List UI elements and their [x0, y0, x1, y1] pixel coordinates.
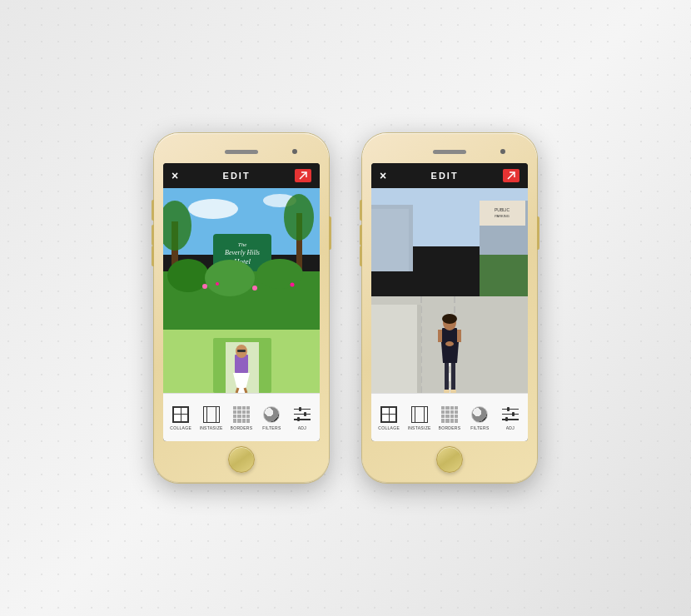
toolbar-instasize-1[interactable]: INSTASIZE	[196, 405, 225, 430]
toolbar-adjust-1[interactable]: ADJ	[288, 405, 316, 430]
export-button-2[interactable]	[503, 169, 519, 182]
photo-svg-1: The Beverly Hills Hotel EXIT	[163, 188, 320, 393]
collage-label-2: COLLAGE	[378, 425, 400, 430]
svg-point-17	[202, 284, 207, 289]
svg-line-29	[508, 172, 515, 179]
speaker-1	[225, 150, 258, 154]
svg-line-28	[245, 388, 246, 393]
collage-label-1: COLLAGE	[170, 425, 191, 430]
phone-bottom-1	[161, 446, 322, 473]
toolbar-adjust-2[interactable]: ADJ	[496, 405, 524, 430]
svg-rect-49	[438, 330, 442, 342]
photo-svg-2: PUBLIC PARKING	[371, 188, 528, 393]
adjust-label-2: ADJ	[506, 425, 515, 430]
toolbar-borders-2[interactable]: BORDERS	[435, 405, 464, 430]
home-button-2[interactable]	[436, 446, 463, 473]
phone-screen-2: × EDIT	[371, 163, 528, 441]
photo-area-1: The Beverly Hills Hotel EXIT	[163, 188, 320, 393]
svg-text:Beverly Hills: Beverly Hills	[225, 249, 260, 256]
toolbar-filters-1[interactable]: FILTERS	[257, 405, 286, 430]
close-button-1[interactable]: ×	[172, 169, 178, 182]
photo-area-2: PUBLIC PARKING	[371, 188, 528, 393]
borders-label-1: BORDERS	[231, 425, 253, 430]
svg-rect-45	[451, 363, 455, 393]
adjust-label-1: ADJ	[298, 425, 306, 430]
instasize-icon-1	[202, 405, 221, 424]
phone-body-2: × EDIT	[362, 133, 537, 483]
borders-icon-1	[232, 405, 251, 424]
edit-title-2: EDIT	[431, 171, 459, 181]
camera-2	[500, 149, 505, 154]
home-button-1[interactable]	[228, 446, 255, 473]
toolbar-borders-1[interactable]: BORDERS	[227, 405, 256, 430]
speaker-2	[433, 150, 466, 154]
svg-rect-42	[371, 305, 420, 393]
svg-rect-26	[237, 350, 246, 352]
svg-rect-43	[417, 305, 421, 393]
svg-point-2	[188, 199, 238, 219]
screen-header-2: × EDIT	[371, 163, 528, 188]
filters-label-2: FILTERS	[470, 425, 489, 430]
toolbar-filters-2[interactable]: FILTERS	[465, 405, 494, 430]
phone-bottom-2	[369, 446, 530, 473]
svg-line-0	[300, 172, 306, 179]
toolbar-instasize-2[interactable]: INSTASIZE	[405, 405, 433, 430]
edit-title-1: EDIT	[223, 171, 251, 181]
filters-icon-2	[470, 405, 489, 424]
svg-point-16	[256, 259, 303, 289]
svg-rect-32	[371, 209, 409, 271]
svg-rect-34	[480, 201, 525, 226]
main-scene: × EDIT	[0, 0, 691, 616]
adjust-icon-2	[501, 405, 519, 424]
screen-toolbar-2: COLLAGE INSTASIZE	[371, 393, 528, 441]
svg-point-7	[284, 194, 314, 241]
phone-screen-1: × EDIT	[163, 163, 320, 441]
svg-point-52	[442, 314, 457, 324]
svg-rect-46	[444, 390, 450, 393]
filters-label-1: FILTERS	[262, 425, 281, 430]
svg-rect-50	[457, 330, 461, 342]
screen-header-1: × EDIT	[163, 163, 320, 188]
close-button-2[interactable]: ×	[380, 169, 386, 182]
instasize-label-1: INSTASIZE	[200, 425, 223, 430]
svg-text:The: The	[238, 241, 247, 248]
adjust-icon-1	[293, 405, 311, 424]
svg-line-27	[236, 388, 238, 393]
svg-text:PUBLIC: PUBLIC	[495, 207, 510, 212]
svg-point-19	[252, 286, 257, 291]
svg-rect-44	[445, 363, 449, 393]
camera-1	[292, 149, 297, 154]
svg-point-18	[216, 282, 219, 286]
phone-top-2	[369, 143, 530, 160]
svg-point-53	[445, 341, 454, 346]
svg-text:PARKING: PARKING	[495, 214, 510, 218]
collage-icon-1	[172, 405, 190, 424]
toolbar-collage-2[interactable]: COLLAGE	[375, 405, 403, 430]
phone-2: × EDIT	[362, 133, 537, 483]
borders-label-2: BORDERS	[439, 425, 461, 430]
svg-point-15	[205, 260, 255, 296]
svg-point-20	[291, 283, 295, 287]
screen-toolbar-1: COLLAGE INSTASIZE	[163, 393, 320, 441]
phone-1: × EDIT	[154, 133, 329, 483]
phone-body-1: × EDIT	[154, 133, 329, 483]
instasize-label-2: INSTASIZE	[408, 425, 431, 430]
phone-top-1	[161, 143, 322, 160]
collage-icon-2	[380, 405, 398, 424]
toolbar-collage-1[interactable]: COLLAGE	[167, 405, 195, 430]
borders-icon-2	[440, 405, 459, 424]
filters-icon-1	[262, 405, 281, 424]
instasize-icon-2	[410, 405, 429, 424]
svg-rect-47	[450, 390, 456, 393]
export-button-1[interactable]	[295, 169, 311, 182]
